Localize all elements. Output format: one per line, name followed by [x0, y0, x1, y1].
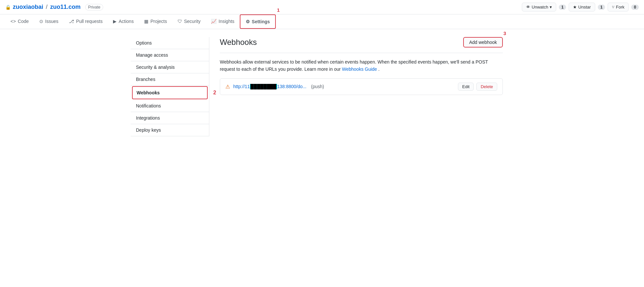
repo-separator: / — [46, 4, 47, 10]
tab-pull-requests[interactable]: ⎇ Pull requests — [64, 15, 108, 29]
topbar: 🔒 zuoxiaobai / zuo11.com Private 👁 Unwat… — [0, 0, 644, 14]
tab-insights-label: Insights — [218, 19, 234, 24]
webhooks-sidebar-container: Webhooks 2 — [131, 86, 209, 99]
unstar-label: Unstar — [578, 5, 591, 10]
unstar-count: 1 — [598, 5, 605, 10]
private-badge: Private — [85, 4, 103, 10]
add-webhook-button[interactable]: Add webhook — [463, 37, 503, 48]
fork-count: 0 — [631, 5, 639, 10]
gear-icon: ⚙ — [246, 19, 250, 24]
sidebar-item-webhooks[interactable]: Webhooks — [132, 86, 208, 99]
add-webhook-wrapper: 3 Add webhook — [463, 37, 503, 48]
sidebar-item-notifications[interactable]: Notifications — [131, 100, 209, 112]
projects-icon: ▦ — [144, 19, 148, 24]
tab-security[interactable]: 🛡 Security — [172, 15, 206, 29]
pr-icon: ⎇ — [69, 19, 74, 24]
sidebar-item-branches[interactable]: Branches — [131, 73, 209, 86]
nav-tabs-container: <> Code ⊙ Issues ⎇ Pull requests ▶ Actio… — [0, 14, 644, 29]
repo-name-link[interactable]: zuo11.com — [50, 4, 81, 10]
tab-pr-label: Pull requests — [76, 19, 103, 24]
content-area: Webhooks 3 Add webhook Webhooks allow ex… — [209, 37, 513, 136]
chevron-down-icon: ▾ — [550, 5, 552, 10]
unwatch-label: Unwatch — [532, 5, 548, 10]
tab-settings[interactable]: ⚙ Settings — [240, 14, 276, 29]
sidebar-item-manage-access[interactable]: Manage access — [131, 49, 209, 61]
description-end: . — [378, 67, 380, 72]
webhook-item: ⚠ http://11████████138:8800/do... (push)… — [220, 78, 503, 95]
tab-actions[interactable]: ▶ Actions — [108, 15, 139, 29]
code-icon: <> — [10, 19, 16, 24]
fork-button[interactable]: ⑂ Fork — [608, 3, 629, 11]
webhook-actions: Edit Delete — [458, 83, 497, 91]
unstar-button[interactable]: ★ Unstar — [569, 3, 595, 11]
sidebar-item-security-analysis[interactable]: Security & analysis — [131, 61, 209, 73]
tab-insights[interactable]: 📈 Insights — [206, 15, 239, 29]
tab-projects[interactable]: ▦ Projects — [139, 15, 172, 29]
tab-code-label: Code — [18, 19, 28, 24]
warning-icon: ⚠ — [225, 84, 230, 90]
webhook-event-type: (push) — [311, 84, 324, 89]
annotation-1: 1 — [277, 7, 279, 13]
nav-tabs: <> Code ⊙ Issues ⎇ Pull requests ▶ Actio… — [0, 14, 644, 29]
lock-icon: 🔒 — [5, 5, 11, 10]
tab-code[interactable]: <> Code — [5, 15, 34, 29]
fork-label: Fork — [616, 5, 624, 10]
unwatch-count: 1 — [559, 5, 566, 10]
tab-actions-label: Actions — [119, 19, 134, 24]
unwatch-button[interactable]: 👁 Unwatch ▾ — [522, 3, 556, 11]
url-highlight: ████████ — [250, 84, 277, 89]
url-suffix: 138:8800/do... — [277, 84, 307, 89]
annotation-3: 3 — [503, 30, 506, 36]
tab-security-label: Security — [184, 19, 201, 24]
main-container: Options Manage access Security & analysi… — [125, 29, 519, 144]
delete-webhook-button[interactable]: Delete — [476, 83, 497, 91]
repo-owner-link[interactable]: zuoxiaobai — [13, 4, 43, 10]
fork-icon: ⑂ — [612, 5, 615, 10]
issues-icon: ⊙ — [39, 19, 43, 24]
sidebar-item-integrations[interactable]: Integrations — [131, 112, 209, 124]
eye-icon: 👁 — [526, 5, 530, 10]
star-icon: ★ — [573, 5, 577, 10]
tab-projects-label: Projects — [150, 19, 167, 24]
topbar-left: 🔒 zuoxiaobai / zuo11.com Private — [5, 4, 103, 10]
tab-issues[interactable]: ⊙ Issues — [34, 15, 64, 29]
page-title: Webhooks — [220, 38, 257, 47]
webhook-left: ⚠ http://11████████138:8800/do... (push) — [225, 84, 324, 90]
sidebar: Options Manage access Security & analysi… — [131, 37, 209, 136]
actions-icon: ▶ — [113, 19, 117, 24]
security-icon: 🛡 — [178, 19, 182, 24]
sidebar-item-deploy-keys[interactable]: Deploy keys — [131, 124, 209, 136]
sidebar-item-options[interactable]: Options — [131, 37, 209, 49]
tab-settings-label: Settings — [252, 19, 270, 24]
url-prefix: http://11 — [233, 84, 250, 89]
webhook-url-link[interactable]: http://11████████138:8800/do... — [233, 84, 306, 89]
webhooks-description: Webhooks allow external services to be n… — [220, 58, 503, 73]
tab-issues-label: Issues — [45, 19, 58, 24]
edit-webhook-button[interactable]: Edit — [458, 83, 474, 91]
content-header: Webhooks 3 Add webhook — [220, 37, 503, 53]
insights-icon: 📈 — [211, 19, 217, 24]
topbar-right: 👁 Unwatch ▾ 1 ★ Unstar 1 ⑂ Fork 0 — [522, 3, 639, 11]
webhooks-guide-link[interactable]: Webhooks Guide — [342, 67, 377, 72]
